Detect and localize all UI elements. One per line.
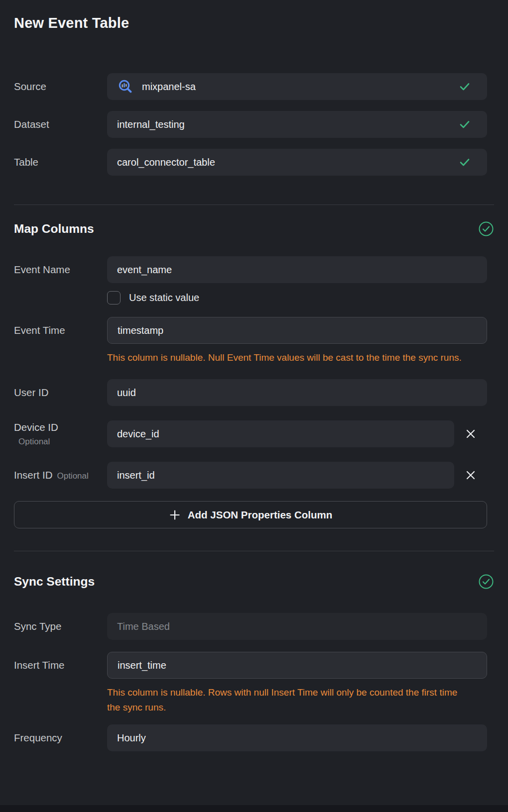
section-complete-check-icon xyxy=(478,574,494,590)
event-time-row: Event Time timestamp xyxy=(14,317,487,344)
insert-time-field[interactable]: insert_time xyxy=(107,652,487,679)
section-complete-check-icon xyxy=(478,221,494,237)
frequency-row: Frequency Hourly xyxy=(14,724,487,751)
insert-id-row: Insert IDOptional insert_id xyxy=(14,462,487,489)
insert-id-optional-label: Optional xyxy=(57,471,88,481)
sync-settings-heading: Sync Settings xyxy=(14,575,95,589)
bottom-edge-strip xyxy=(0,805,508,812)
event-name-field[interactable]: event_name xyxy=(107,256,487,283)
table-valid-check-icon xyxy=(458,156,471,169)
add-json-properties-row: Add JSON Properties Column xyxy=(14,501,487,528)
table-field[interactable]: carol_connector_table xyxy=(107,149,487,176)
event-time-label: Event Time xyxy=(14,324,107,336)
dataset-value: internal_testing xyxy=(117,119,185,130)
use-static-value-row: Use static value xyxy=(107,291,494,304)
close-icon xyxy=(465,470,476,481)
frequency-label: Frequency xyxy=(14,732,107,744)
section-divider xyxy=(14,204,494,205)
insert-id-value: insert_id xyxy=(117,470,155,481)
sync-settings-header: Sync Settings xyxy=(14,574,494,590)
dataset-valid-check-icon xyxy=(458,118,471,131)
source-label: Source xyxy=(14,81,107,93)
device-id-remove-button[interactable] xyxy=(454,420,487,447)
new-event-table-form: New Event Table Source mixpanel-sa Datas… xyxy=(0,0,508,751)
source-field[interactable]: mixpanel-sa xyxy=(107,73,487,100)
table-row: Table carol_connector_table xyxy=(14,149,487,176)
insert-id-field[interactable]: insert_id xyxy=(107,462,454,489)
device-id-label: Device ID xyxy=(14,421,107,433)
insert-time-value: insert_time xyxy=(118,660,166,671)
event-time-nullable-warning: This column is nullable. Null Event Time… xyxy=(107,350,465,365)
sync-type-value: Time Based xyxy=(117,621,170,632)
sync-type-field: Time Based xyxy=(107,613,487,640)
map-columns-header: Map Columns xyxy=(14,221,494,237)
user-id-field[interactable]: uuid xyxy=(107,379,487,406)
close-icon xyxy=(465,428,476,439)
dataset-field[interactable]: internal_testing xyxy=(107,111,487,138)
map-columns-heading: Map Columns xyxy=(14,222,94,236)
event-name-label: Event Name xyxy=(14,264,107,276)
event-time-value: timestamp xyxy=(118,325,163,336)
frequency-field[interactable]: Hourly xyxy=(107,724,487,751)
insert-time-nullable-warning: This column is nullable. Rows with null … xyxy=(107,685,465,715)
dataset-label: Dataset xyxy=(14,118,107,130)
bigquery-source-icon xyxy=(117,78,134,95)
source-row: Source mixpanel-sa xyxy=(14,73,487,100)
source-valid-check-icon xyxy=(458,80,471,93)
table-value: carol_connector_table xyxy=(117,157,215,168)
user-id-label: User ID xyxy=(14,387,107,399)
event-name-value: event_name xyxy=(117,264,172,276)
sync-type-label: Sync Type xyxy=(14,620,107,632)
plus-icon xyxy=(169,509,181,521)
add-json-properties-label: Add JSON Properties Column xyxy=(188,509,332,521)
frequency-value: Hourly xyxy=(117,732,146,744)
device-id-row: Device ID Optional device_id xyxy=(14,420,487,447)
device-id-field[interactable]: device_id xyxy=(107,420,454,447)
insert-id-label-group: Insert IDOptional xyxy=(14,469,107,481)
source-value: mixpanel-sa xyxy=(142,81,196,93)
device-id-optional-label: Optional xyxy=(14,437,107,447)
add-json-properties-button[interactable]: Add JSON Properties Column xyxy=(14,501,487,528)
use-static-value-label: Use static value xyxy=(129,292,199,304)
device-id-value: device_id xyxy=(117,428,159,440)
section-divider xyxy=(14,551,494,551)
user-id-value: uuid xyxy=(117,387,136,399)
page-title: New Event Table xyxy=(14,15,494,31)
insert-time-label: Insert Time xyxy=(14,659,107,671)
insert-time-row: Insert Time insert_time xyxy=(14,652,487,679)
device-id-label-group: Device ID Optional xyxy=(14,421,107,447)
event-name-row: Event Name event_name xyxy=(14,256,487,283)
insert-id-remove-button[interactable] xyxy=(454,462,487,489)
event-time-field[interactable]: timestamp xyxy=(107,317,487,344)
insert-id-label: Insert ID xyxy=(14,469,52,481)
table-label: Table xyxy=(14,156,107,168)
user-id-row: User ID uuid xyxy=(14,379,487,406)
use-static-value-checkbox[interactable] xyxy=(107,291,121,304)
sync-type-row: Sync Type Time Based xyxy=(14,613,487,640)
dataset-row: Dataset internal_testing xyxy=(14,111,487,138)
